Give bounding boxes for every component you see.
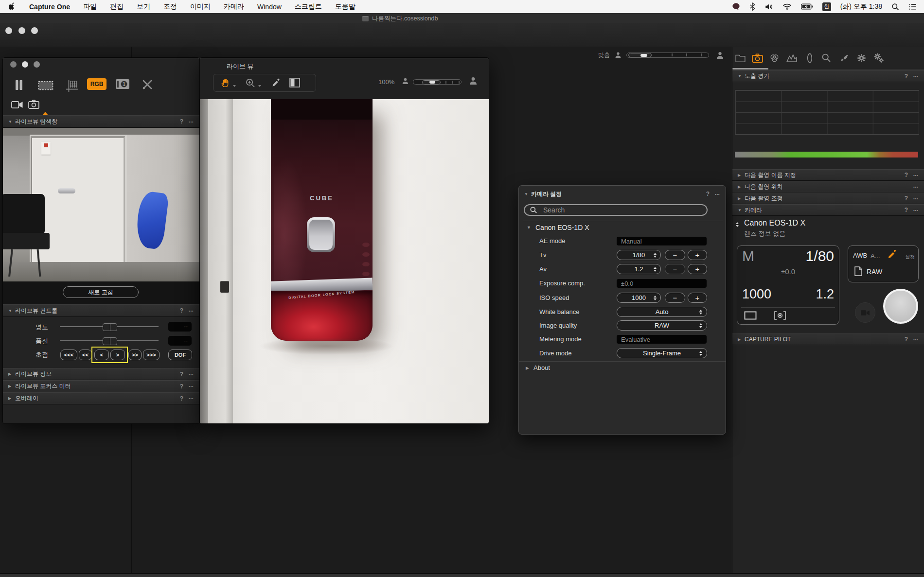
window-title-bar[interactable]: 나름찍는다.cosessiondb xyxy=(0,13,924,24)
about-section-title[interactable]: About xyxy=(533,364,550,371)
bluetooth-icon[interactable] xyxy=(749,2,755,11)
more-actions-icon[interactable]: ••• xyxy=(189,309,194,313)
focus-near-3-button[interactable]: >>> xyxy=(143,350,160,360)
collapse-triangle-icon[interactable]: ▼ xyxy=(527,225,531,230)
help-icon[interactable]: ? xyxy=(180,118,183,125)
more-actions-icon[interactable]: ••• xyxy=(715,192,720,196)
expand-triangle-icon[interactable]: ▶ xyxy=(8,372,15,376)
volume-icon[interactable] xyxy=(764,3,773,11)
wifi-icon[interactable] xyxy=(782,3,792,10)
spotlight-search-icon[interactable] xyxy=(891,3,899,11)
lv-picker-tool[interactable] xyxy=(271,78,281,87)
focus-far-2-button[interactable]: << xyxy=(79,350,92,360)
section-liveview-focus-meter[interactable]: ▶ 라이브뷰 포커스 미터 ?••• xyxy=(3,380,199,392)
menu-view[interactable]: 보기 xyxy=(137,2,150,11)
orientation-rect-icon[interactable] xyxy=(744,311,757,320)
tab-library-folder-icon[interactable] xyxy=(734,52,746,64)
help-icon[interactable]: ? xyxy=(706,191,710,197)
quality-slider-handle[interactable] xyxy=(103,337,117,345)
selection-area-button[interactable] xyxy=(38,81,53,90)
lv-zoom-slider[interactable] xyxy=(413,79,462,85)
section-overlay[interactable]: ▶ 오버레이 ?••• xyxy=(3,392,199,404)
tab-video-liveview-icon[interactable] xyxy=(11,101,23,109)
record-video-button[interactable] xyxy=(855,302,875,323)
stepper-arrows-icon[interactable] xyxy=(654,296,657,300)
connected-camera-name[interactable]: Canon EOS-1D X xyxy=(744,219,805,227)
expand-triangle-icon[interactable]: ▶ xyxy=(8,384,15,388)
more-actions-icon[interactable]: ••• xyxy=(913,208,918,212)
menu-clock[interactable]: (화) 오후 1:38 xyxy=(840,2,882,11)
chat-bubble-icon[interactable] xyxy=(732,2,740,11)
select-arrows-icon[interactable] xyxy=(699,310,702,315)
tv-minus-button[interactable]: − xyxy=(665,250,685,260)
stepper-arrows-icon[interactable] xyxy=(654,267,657,272)
proof-pages-button[interactable]: 1 xyxy=(115,79,130,89)
camera-tools-button[interactable] xyxy=(141,79,154,90)
help-icon[interactable]: ? xyxy=(905,73,908,80)
tv-plus-button[interactable]: + xyxy=(688,250,707,260)
viewer-zoom-slider-handle[interactable] xyxy=(628,53,652,57)
more-actions-icon[interactable]: ••• xyxy=(189,372,194,376)
expand-triangle-icon[interactable]: ▶ xyxy=(526,366,529,370)
tv-stepper[interactable]: 1/80 xyxy=(617,250,661,260)
help-icon[interactable]: ? xyxy=(180,307,183,314)
lv-split-view-tool[interactable] xyxy=(289,78,300,87)
liveview-photo[interactable]: CUBE DIGITAL DOOR LOCK SYSTEM xyxy=(200,99,489,423)
expand-triangle-icon[interactable]: ▶ xyxy=(738,185,745,189)
section-exposure-evaluation[interactable]: ▼ 노출 평가 ?••• xyxy=(732,70,924,82)
drive-mode-select[interactable]: Single-Frame xyxy=(617,348,707,358)
file-format-value[interactable]: RAW xyxy=(867,268,882,276)
close-window-button[interactable] xyxy=(5,27,12,34)
quality-value-box[interactable]: -- xyxy=(168,336,192,346)
navigator-thumbnail[interactable] xyxy=(3,128,199,281)
search-input[interactable] xyxy=(524,204,708,216)
camera-settings-header[interactable]: ▼ 카메라 설정 ?••• xyxy=(519,188,726,200)
av-stepper[interactable]: 1.2 xyxy=(617,264,661,274)
refresh-button[interactable]: 새로 고침 xyxy=(63,286,139,298)
dof-preview-button[interactable]: DOF xyxy=(168,350,192,360)
rgb-readout-button[interactable]: RGB xyxy=(87,78,107,90)
brightness-value-box[interactable]: -- xyxy=(168,322,192,332)
focus-near-2-button[interactable]: >> xyxy=(128,350,142,360)
input-source-badge[interactable]: 한 xyxy=(822,2,831,11)
section-capture-pilot[interactable]: ▶ CAPTURE PILOT ?••• xyxy=(732,333,924,345)
menu-adjust[interactable]: 조정 xyxy=(163,2,177,11)
viewer-zoom-slider[interactable] xyxy=(626,52,709,58)
menu-edit[interactable]: 편집 xyxy=(110,2,124,11)
wb-picker-icon[interactable] xyxy=(887,249,898,260)
more-actions-icon[interactable]: ••• xyxy=(913,185,918,189)
collapse-triangle-icon[interactable]: ▼ xyxy=(8,309,15,313)
expand-triangle-icon[interactable]: ▶ xyxy=(738,173,745,177)
more-actions-icon[interactable]: ••• xyxy=(913,173,918,177)
battery-charging-icon[interactable] xyxy=(801,3,813,10)
more-actions-icon[interactable]: ••• xyxy=(913,74,918,78)
brightness-slider-handle[interactable] xyxy=(103,323,117,331)
select-arrows-icon[interactable] xyxy=(699,323,702,328)
tab-adjustments-brush-icon[interactable] xyxy=(838,52,850,64)
section-liveview-controls[interactable]: ▼ 라이브뷰 컨트롤 ?••• xyxy=(3,304,199,317)
metering-mode-icon[interactable] xyxy=(774,311,786,320)
lv-zoom-slider-handle[interactable] xyxy=(422,80,441,85)
tab-capture-camera-icon[interactable] xyxy=(751,52,763,64)
stepper-arrows-icon[interactable] xyxy=(654,253,657,258)
collapse-triangle-icon[interactable]: ▼ xyxy=(738,208,745,212)
menu-scripts[interactable]: 스크립트 xyxy=(295,2,322,11)
device-name[interactable]: Canon EOS-1D X xyxy=(535,224,589,231)
av-plus-button[interactable]: + xyxy=(688,264,707,274)
section-next-capture-adjustments[interactable]: ▶ 다음 촬영 조정 ?••• xyxy=(732,192,924,204)
more-actions-icon[interactable]: ••• xyxy=(189,384,194,388)
app-menu-title[interactable]: Capture One xyxy=(29,3,70,11)
help-icon[interactable]: ? xyxy=(180,395,183,402)
lv-pan-hand-tool[interactable] xyxy=(220,78,231,88)
help-icon[interactable]: ? xyxy=(905,195,908,202)
wb-settings-label[interactable]: 설정 xyxy=(905,254,915,261)
minimize-window-button[interactable] xyxy=(22,61,28,68)
select-arrows-icon[interactable] xyxy=(699,351,702,356)
help-icon[interactable]: ? xyxy=(905,207,908,213)
notification-center-icon[interactable] xyxy=(908,3,917,10)
close-window-button[interactable] xyxy=(10,61,17,68)
apple-menu-icon[interactable] xyxy=(9,2,16,11)
image-quality-select[interactable]: RAW xyxy=(617,320,707,331)
more-actions-icon[interactable]: ••• xyxy=(913,196,918,201)
expand-triangle-icon[interactable]: ▶ xyxy=(8,396,15,401)
